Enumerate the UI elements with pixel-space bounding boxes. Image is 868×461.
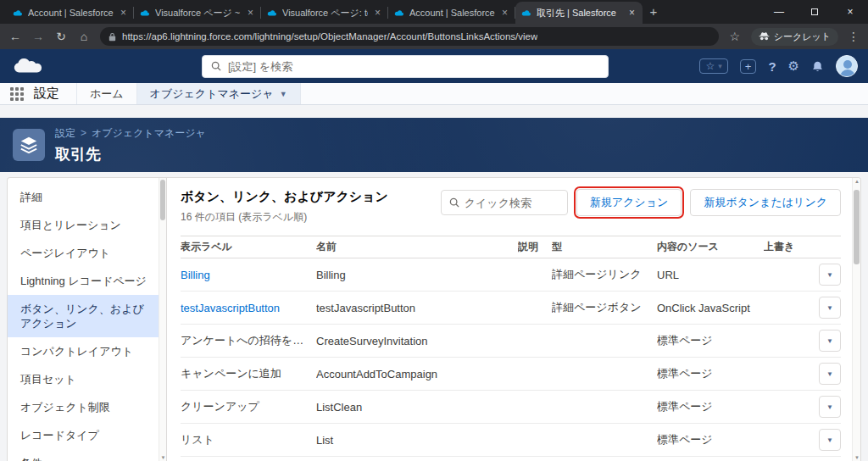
tab-close-icon[interactable]: × (500, 7, 509, 19)
reload-button[interactable]: ↻ (54, 30, 68, 43)
object-manager-icon (13, 129, 45, 161)
row-menu-button[interactable]: ▼ (819, 363, 841, 385)
row-content-source: 標準ページ (657, 432, 764, 447)
breadcrumb-setup-link[interactable]: 設定 (55, 126, 75, 141)
minimize-button[interactable]: — (761, 0, 797, 24)
favorites-widget[interactable]: ☆ ▾ (699, 58, 727, 74)
row-menu-button[interactable]: ▼ (819, 330, 841, 352)
col-header-content-source[interactable]: 内容のソース (657, 240, 764, 254)
setup-search-input[interactable] (228, 60, 599, 73)
row-label-link[interactable]: testJavascriptButton (181, 302, 316, 314)
chevron-down-icon: ▼ (280, 90, 287, 98)
browser-tab-3[interactable]: Visualforce ページ: testActio × (261, 2, 388, 24)
salesforce-favicon-icon (13, 9, 23, 17)
browser-tab-active[interactable]: 取引先 | Salesforce × (515, 2, 643, 24)
gear-icon[interactable]: ⚙ (788, 58, 799, 74)
tab-title: Visualforce ページ ~ Salesfor (155, 7, 241, 19)
bell-icon[interactable] (811, 60, 824, 73)
table-row: アンケートへの招待を取得 CreateSurveyInvitation 標準ペー… (181, 325, 841, 358)
restore-icon (811, 8, 818, 15)
quick-find-input[interactable] (465, 197, 559, 209)
back-button[interactable]: ← (8, 30, 22, 43)
sidebar-item-compact-layouts[interactable]: コンパクトレイアウト (8, 337, 159, 365)
sidebar-item-page-layouts[interactable]: ページレイアウト (8, 239, 159, 267)
row-name: AccountAddToCampaign (316, 368, 518, 380)
new-button-or-link-button[interactable]: 新規ボタンまたはリンク (690, 189, 841, 216)
tab-close-icon[interactable]: × (627, 7, 637, 19)
scrollbar-thumb[interactable] (854, 190, 860, 264)
buttons-links-actions-table: 表示ラベル 名前 説明 型 内容のソース 上書き Billing Billing… (181, 236, 841, 461)
bookmark-star-icon[interactable]: ☆ (728, 30, 742, 43)
sidebar-scrollbar[interactable]: ▼ (159, 178, 166, 461)
address-bar[interactable]: https://ap6.lightning.force.com/lightnin… (100, 27, 719, 46)
search-icon (449, 197, 459, 208)
page-body: 詳細 項目とリレーション ページレイアウト Lightning レコードページ … (0, 172, 868, 461)
help-icon[interactable]: ? (768, 59, 776, 74)
new-action-button[interactable]: 新規アクション (576, 189, 682, 216)
breadcrumb-object-manager-link[interactable]: オブジェクトマネージャ (92, 126, 206, 141)
browser-window: Account | Salesforce × Visualforce ページ ~… (0, 0, 868, 461)
page-title: 取引先 (55, 144, 206, 164)
sidebar-item-record-types[interactable]: レコードタイプ (8, 421, 159, 449)
setup-search-box[interactable] (202, 55, 609, 78)
chevron-down-icon: ▾ (718, 62, 722, 70)
quick-find-box[interactable] (441, 190, 568, 215)
browser-menu-icon[interactable]: ⋮ (848, 30, 860, 43)
row-menu-button[interactable]: ▼ (819, 429, 841, 451)
tab-close-icon[interactable]: × (246, 7, 255, 19)
sidebar-item-fields-relationships[interactable]: 項目とリレーション (8, 211, 159, 239)
sidebar-item-lightning-record-pages[interactable]: Lightning レコードページ (8, 267, 159, 295)
user-avatar[interactable] (836, 55, 858, 77)
sidebar-item-field-sets[interactable]: 項目セット (8, 365, 159, 393)
incognito-label: シークレット (774, 31, 831, 43)
sidebar-item-conditions[interactable]: 条件 (8, 449, 159, 461)
browser-tab-1[interactable]: Account | Salesforce × (7, 2, 134, 24)
sidebar-item-details[interactable]: 詳細 (8, 183, 159, 211)
close-window-button[interactable]: × (832, 0, 868, 24)
setup-nav: 設定 ホーム オブジェクトマネージャ ▼ (0, 83, 868, 105)
incognito-badge[interactable]: シークレット (751, 28, 838, 46)
content-scrollbar[interactable]: ▲ ▼ (852, 178, 860, 461)
scroll-down-icon[interactable]: ▼ (159, 455, 167, 460)
row-content-source: OnClick JavaScript (657, 302, 764, 314)
table-row: リスト List 標準ページ ▼ (181, 424, 841, 457)
scroll-up-icon[interactable]: ▲ (853, 179, 861, 184)
browser-tab-4[interactable]: Account | Salesforce × (388, 2, 515, 24)
salesforce-favicon-icon (140, 9, 150, 17)
row-menu-button[interactable]: ▼ (819, 396, 841, 418)
row-name: Billing (316, 269, 518, 281)
nav-tab-label: ホーム (90, 86, 124, 102)
restore-button[interactable] (797, 0, 832, 24)
scrollbar-thumb[interactable] (160, 180, 165, 220)
tab-close-icon[interactable]: × (373, 7, 382, 19)
new-tab-button[interactable]: + (643, 2, 665, 22)
add-icon[interactable]: + (740, 59, 757, 74)
row-name: CreateSurveyInvitation (316, 335, 518, 347)
col-header-label[interactable]: 表示ラベル (181, 240, 316, 254)
col-header-name[interactable]: 名前 (316, 240, 518, 254)
browser-tab-2[interactable]: Visualforce ページ ~ Salesfor × (134, 2, 261, 24)
sidebar-item-buttons-links-actions[interactable]: ボタン、リンク、およびアクション (8, 295, 159, 337)
url-text: https://ap6.lightning.force.com/lightnin… (122, 31, 537, 42)
tab-close-icon[interactable]: × (119, 7, 128, 19)
col-header-type[interactable]: 型 (552, 240, 657, 254)
nav-tab-object-manager[interactable]: オブジェクトマネージャ ▼ (136, 83, 301, 104)
table-row: Billing Billing 詳細ページリンク URL ▼ (181, 258, 841, 292)
breadcrumb: 設定 > オブジェクトマネージャ (55, 126, 206, 141)
col-header-override[interactable]: 上書き (764, 240, 807, 254)
nav-tab-home[interactable]: ホーム (76, 83, 136, 104)
row-menu-button[interactable]: ▼ (819, 297, 841, 319)
row-label-link[interactable]: Billing (181, 269, 316, 281)
col-header-description[interactable]: 説明 (518, 240, 552, 254)
forward-button[interactable]: → (31, 30, 45, 43)
home-button[interactable]: ⌂ (77, 30, 91, 43)
tab-title: Account | Salesforce (28, 8, 114, 18)
row-menu-button[interactable]: ▼ (819, 264, 841, 286)
row-label: キャンペーンに追加 (181, 366, 316, 381)
sidebar-item-object-limits[interactable]: オブジェクト制限 (8, 393, 159, 421)
scroll-down-icon[interactable]: ▼ (853, 455, 861, 460)
setup-app-label: 設定 (34, 86, 59, 102)
panel-header: ボタン、リンク、およびアクション 16 件の項目 (表示ラベル順) 新規アクショ… (181, 189, 841, 225)
nav-tab-label: オブジェクトマネージャ (150, 86, 274, 102)
app-launcher-icon[interactable] (10, 87, 24, 101)
